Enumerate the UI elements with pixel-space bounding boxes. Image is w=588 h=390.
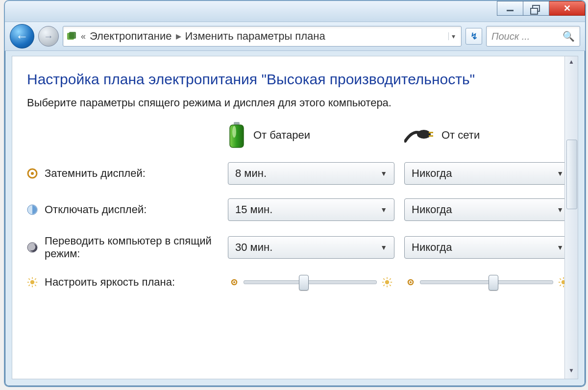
search-placeholder: Поиск ... bbox=[491, 31, 530, 42]
svg-point-22 bbox=[233, 281, 235, 283]
row-turn-off-display: Отключать дисплей: bbox=[27, 203, 218, 216]
svg-point-33 bbox=[410, 281, 412, 283]
brightness-max-icon bbox=[558, 277, 564, 288]
svg-line-42 bbox=[560, 285, 561, 286]
close-icon: ✕ bbox=[564, 3, 571, 14]
battery-icon bbox=[228, 122, 245, 148]
svg-line-31 bbox=[383, 285, 385, 286]
window-frame: ✕ ← → « Электропитание ▸ Изменить параме… bbox=[4, 0, 586, 387]
row-sleep: Переводить компьютер в спящий режим: bbox=[27, 235, 218, 261]
svg-line-39 bbox=[560, 278, 561, 280]
svg-rect-3 bbox=[230, 125, 244, 147]
arrow-left-icon: ← bbox=[16, 29, 28, 44]
maximize-button[interactable] bbox=[523, 1, 549, 16]
chevron-down-icon: ▼ bbox=[380, 170, 387, 177]
minimize-icon bbox=[507, 10, 514, 11]
titlebar: ✕ bbox=[5, 1, 585, 22]
svg-point-4 bbox=[232, 126, 236, 138]
dim-display-battery-select[interactable]: 8 мин. ▼ bbox=[228, 162, 394, 185]
row-dim-display-label: Затемнить дисплей: bbox=[45, 167, 146, 180]
svg-rect-7 bbox=[429, 135, 433, 137]
nav-forward-button[interactable]: → bbox=[38, 26, 59, 47]
chevron-down-icon: ▼ bbox=[380, 206, 387, 214]
breadcrumb-separator-icon: ▸ bbox=[176, 30, 181, 43]
column-header-plugged: От сети bbox=[404, 126, 564, 144]
svg-line-29 bbox=[390, 285, 391, 286]
row-sleep-label: Переводить компьютер в спящий режим: bbox=[45, 235, 218, 261]
svg-point-9 bbox=[31, 172, 34, 175]
page-title: Настройка плана электропитания "Высокая … bbox=[27, 71, 550, 88]
plug-icon bbox=[404, 126, 434, 144]
svg-line-28 bbox=[383, 278, 385, 280]
address-dropdown-icon[interactable]: ▾ bbox=[448, 32, 458, 40]
arrow-right-icon: → bbox=[44, 31, 53, 42]
turn-off-display-plugged-select[interactable]: Никогда ▼ bbox=[404, 198, 564, 221]
svg-point-5 bbox=[417, 130, 431, 139]
row-dim-display: Затемнить дисплей: bbox=[27, 167, 218, 180]
svg-rect-6 bbox=[429, 132, 433, 133]
svg-point-23 bbox=[385, 280, 389, 284]
slider-track bbox=[244, 280, 377, 284]
svg-line-30 bbox=[390, 278, 391, 280]
row-brightness-label: Настроить яркость плана: bbox=[45, 276, 175, 289]
svg-rect-1 bbox=[69, 32, 76, 39]
svg-rect-2 bbox=[234, 122, 240, 125]
sleep-plugged-select[interactable]: Никогда ▼ bbox=[404, 236, 564, 259]
control-panel-icon bbox=[66, 31, 77, 42]
refresh-icon: ↯ bbox=[470, 31, 478, 42]
scroll-thumb[interactable] bbox=[566, 140, 577, 209]
chevron-down-icon: ▼ bbox=[380, 244, 387, 251]
chevron-down-icon: ▼ bbox=[557, 244, 564, 251]
content-pane: Настройка плана электропитания "Высокая … bbox=[12, 56, 578, 379]
brightness-max-icon bbox=[382, 277, 392, 288]
slider-track bbox=[420, 280, 553, 284]
brightness-battery-slider[interactable] bbox=[228, 274, 394, 290]
sleep-icon bbox=[27, 242, 38, 253]
slider-thumb[interactable] bbox=[489, 275, 498, 291]
sleep-battery-value: 30 мин. bbox=[235, 241, 272, 254]
column-header-battery-label: От батареи bbox=[253, 129, 310, 142]
turn-off-display-icon bbox=[27, 204, 38, 215]
search-icon: 🔍 bbox=[563, 30, 575, 42]
page-subtitle: Выберите параметры спящего режима и дисп… bbox=[27, 97, 550, 109]
column-header-plugged-label: От сети bbox=[441, 129, 480, 142]
chevron-down-icon: ▼ bbox=[557, 170, 564, 177]
breadcrumb-parent[interactable]: Электропитание bbox=[90, 30, 172, 43]
scroll-up-icon[interactable]: ▲ bbox=[566, 58, 576, 68]
navigation-bar: ← → « Электропитание ▸ Изменить параметр… bbox=[5, 22, 585, 51]
svg-line-18 bbox=[35, 285, 36, 286]
svg-line-20 bbox=[28, 285, 30, 286]
row-brightness: Настроить яркость плана: bbox=[27, 276, 218, 289]
vertical-scrollbar[interactable]: ▲ ▼ bbox=[564, 56, 578, 379]
svg-point-12 bbox=[30, 280, 34, 284]
close-button[interactable]: ✕ bbox=[549, 1, 585, 16]
turn-off-display-battery-select[interactable]: 15 мин. ▼ bbox=[228, 198, 394, 221]
chevron-down-icon: ▼ bbox=[557, 206, 564, 214]
brightness-min-icon bbox=[406, 278, 415, 287]
address-bar[interactable]: « Электропитание ▸ Изменить параметры пл… bbox=[63, 26, 462, 47]
sleep-battery-select[interactable]: 30 мин. ▼ bbox=[228, 236, 394, 259]
brightness-min-icon bbox=[230, 278, 239, 287]
dim-display-plugged-select[interactable]: Никогда ▼ bbox=[404, 162, 564, 185]
search-input[interactable]: Поиск ... 🔍 bbox=[486, 26, 580, 47]
turn-off-display-plugged-value: Никогда bbox=[412, 203, 452, 216]
sleep-plugged-value: Никогда bbox=[412, 241, 452, 254]
breadcrumb-current[interactable]: Изменить параметры плана bbox=[185, 30, 325, 43]
turn-off-display-battery-value: 15 мин. bbox=[235, 203, 272, 216]
refresh-button[interactable]: ↯ bbox=[466, 28, 482, 45]
scroll-down-icon[interactable]: ▼ bbox=[566, 367, 576, 377]
dim-display-battery-value: 8 мин. bbox=[235, 167, 267, 180]
maximize-icon bbox=[532, 5, 540, 12]
nav-back-button[interactable]: ← bbox=[10, 24, 34, 49]
row-turn-off-display-label: Отключать дисплей: bbox=[45, 203, 147, 216]
svg-line-17 bbox=[28, 278, 30, 280]
slider-thumb[interactable] bbox=[299, 275, 309, 291]
dim-display-plugged-value: Никогда bbox=[412, 167, 452, 180]
column-header-battery: От батареи bbox=[228, 122, 394, 148]
brightness-icon bbox=[27, 277, 38, 288]
svg-line-19 bbox=[35, 278, 36, 280]
dim-display-icon bbox=[27, 168, 38, 179]
brightness-plugged-slider[interactable] bbox=[404, 274, 564, 290]
minimize-button[interactable] bbox=[497, 1, 523, 16]
breadcrumb-overflow-icon: « bbox=[81, 31, 86, 42]
